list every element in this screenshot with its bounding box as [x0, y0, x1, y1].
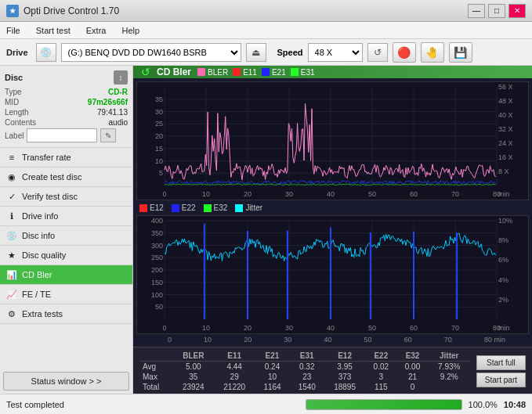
e32-color: [204, 204, 212, 212]
total-bler: 23924: [173, 382, 214, 392]
top-legend: BLER E11 E21 E31: [197, 68, 315, 77]
total-e12: 18895: [324, 382, 365, 392]
start-full-button[interactable]: Start full: [476, 355, 526, 370]
bler-chart-canvas: [137, 82, 528, 200]
menu-start-test[interactable]: Start test: [33, 24, 74, 37]
sidebar-label-verify-test-disc: Verify test disc: [22, 192, 78, 201]
titlebar-title: Opti Drive Control 1.70: [24, 5, 119, 16]
sidebar-label-create-test-disc: Create test disc: [22, 172, 81, 182]
col-header-e32: E32: [396, 351, 428, 362]
stats-row-container: BLER E11 E21 E31 E12 E22 E32 Jitter Avg: [139, 351, 526, 392]
total-jitter: [429, 382, 470, 392]
menubar: File Start test Extra Help: [0, 22, 532, 39]
avg-bler: 5.00: [173, 362, 214, 373]
status-text: Test completed: [6, 400, 299, 409]
fe-te-icon: 📈: [6, 289, 17, 300]
menu-extra[interactable]: Extra: [83, 24, 110, 37]
avg-e12: 3.95: [324, 362, 365, 373]
e31-color: [291, 68, 299, 76]
drive-icon-btn[interactable]: 💿: [36, 43, 56, 62]
legend-e21-label: E21: [272, 68, 286, 77]
chart-title: CD Bler: [157, 67, 191, 77]
settings-btn-2[interactable]: 🤚: [421, 42, 444, 63]
close-button[interactable]: ✕: [508, 4, 526, 18]
sidebar-label-extra-tests: Extra tests: [22, 309, 63, 319]
disc-arrow-btn[interactable]: ↕: [114, 70, 128, 85]
cd-bler-icon: 📊: [6, 269, 17, 280]
contents-label: Contents: [5, 118, 36, 127]
e22-color: [172, 204, 179, 212]
legend-e12: E12: [139, 203, 164, 212]
settings-btn-1[interactable]: 🔴: [393, 42, 416, 63]
drive-info-icon: ℹ: [6, 211, 17, 221]
status-window-button[interactable]: Status window > >: [3, 372, 129, 391]
type-label: Type: [5, 88, 22, 96]
sidebar-item-create-test-disc[interactable]: ◉ Create test disc: [0, 167, 132, 187]
legend-e32: E32: [204, 203, 228, 212]
sidebar-item-extra-tests[interactable]: ⚙ Extra tests: [0, 304, 132, 324]
create-test-icon: ◉: [6, 171, 17, 182]
max-e11: 29: [214, 372, 255, 382]
stats-table: BLER E11 E21 E31 E12 E22 E32 Jitter Avg: [139, 351, 470, 392]
top-chart: [136, 81, 529, 200]
progress-bar-container: [306, 399, 462, 410]
sidebar-item-drive-info[interactable]: ℹ Drive info: [0, 207, 132, 226]
label-key: Label: [5, 131, 24, 140]
col-header-e31: E31: [290, 351, 324, 362]
avg-label: Avg: [139, 362, 173, 373]
legend-bler-label: BLER: [208, 68, 228, 77]
col-header-empty: [139, 351, 173, 362]
sidebar-label-disc-info: Disc info: [22, 231, 55, 240]
speed-select[interactable]: 48 X: [308, 43, 363, 62]
maximize-button[interactable]: □: [488, 4, 505, 18]
sidebar-item-disc-info[interactable]: 💿 Disc info: [0, 226, 132, 246]
col-header-e11: E11: [214, 351, 255, 362]
col-header-bler: BLER: [173, 351, 214, 362]
minimize-button[interactable]: —: [468, 4, 485, 18]
max-e21: 10: [255, 372, 289, 382]
max-e12: 373: [324, 372, 365, 382]
length-label: Length: [5, 108, 29, 117]
max-e31: 23: [290, 372, 324, 382]
content-area: ↺ CD Bler BLER E11 E21 E31: [133, 66, 532, 394]
sidebar-item-verify-test-disc[interactable]: ✓ Verify test disc: [0, 187, 132, 207]
max-e32: 21: [396, 372, 428, 382]
legend-e21: E21: [262, 68, 286, 77]
refresh-button[interactable]: ↺: [367, 43, 388, 62]
stats-row-total: Total 23924 21220 1164 1540 18895 115 0: [139, 382, 470, 392]
chart-header: ↺ CD Bler BLER E11 E21 E31: [133, 66, 532, 78]
total-e31: 1540: [290, 382, 324, 392]
avg-e22: 0.02: [365, 362, 396, 373]
verify-test-icon: ✓: [6, 191, 17, 202]
avg-e11: 4.44: [214, 362, 255, 373]
chart-header-icon: ↺: [141, 66, 150, 78]
total-e21: 1164: [255, 382, 289, 392]
legend-e32-label: E32: [214, 203, 228, 212]
time-display: 10:48: [504, 400, 526, 409]
disc-quality-icon: ★: [6, 250, 17, 261]
mid-value: 97m26s66f: [88, 98, 128, 106]
sidebar-item-disc-quality[interactable]: ★ Disc quality: [0, 246, 132, 265]
jitter-chart-canvas: [137, 216, 528, 333]
menu-help[interactable]: Help: [118, 24, 143, 37]
disc-mid-row: MID 97m26s66f: [5, 98, 128, 106]
drive-select[interactable]: (G:) BENQ DVD DD DW1640 BSRB: [61, 43, 241, 62]
disc-type-row: Type CD-R: [5, 88, 128, 96]
eject-button[interactable]: ⏏: [246, 43, 266, 62]
disc-length-row: Length 79:41.13: [5, 108, 128, 117]
legend-e11-label: E11: [243, 68, 257, 77]
progress-percentage: 100.0%: [469, 400, 498, 409]
save-button[interactable]: 💾: [449, 42, 472, 63]
legend-e22-label: E22: [182, 203, 196, 212]
progress-bar: [306, 400, 461, 409]
sidebar-item-transfer-rate[interactable]: ≡ Transfer rate: [0, 148, 132, 167]
menu-file[interactable]: File: [3, 24, 24, 37]
avg-jitter: 7.93%: [429, 362, 470, 373]
label-edit-btn[interactable]: ✎: [100, 128, 116, 142]
total-e22: 115: [365, 382, 396, 392]
sidebar-item-cd-bler[interactable]: 📊 CD Bler: [0, 265, 132, 285]
titlebar: ★ Opti Drive Control 1.70 — □ ✕: [0, 0, 532, 22]
sidebar-item-fe-te[interactable]: 📈 FE / TE: [0, 285, 132, 304]
label-input[interactable]: [27, 128, 97, 142]
start-part-button[interactable]: Start part: [476, 373, 526, 387]
